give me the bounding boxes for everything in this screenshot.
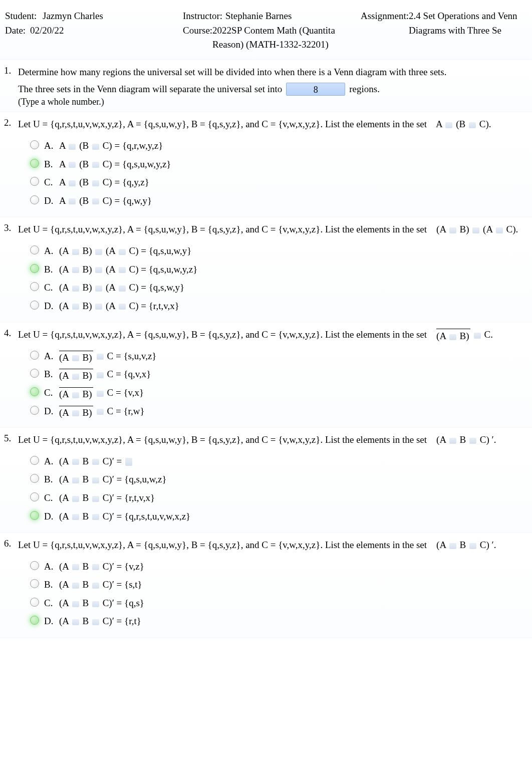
prompt-seg: ′. <box>492 434 496 445</box>
choice-option[interactable]: C.(A B C)′ = {q,s} <box>30 597 527 610</box>
choice-option[interactable]: A.(A B C)′ = {v,z} <box>30 560 527 574</box>
set-operator-icon <box>449 438 456 444</box>
choice-letter: A. <box>44 139 59 153</box>
choice-list: A.(A B C)′ = {v,z}B.(A B C)′ = {s,t}C.(A… <box>18 560 527 628</box>
prompt-seg: = {q,r,s,t,u,v,w,x,y,z}, A <box>43 119 134 129</box>
set-operator-icon <box>449 334 456 340</box>
choice-text: (A B) C = {s,u,v,z} <box>59 350 527 363</box>
answer-hint: (Type a whole number.) <box>18 97 527 107</box>
radio-icon[interactable] <box>30 474 39 483</box>
set-operator-icon <box>72 619 79 625</box>
set-operator-icon <box>92 459 99 465</box>
choice-text: (A B) (A C) = {q,s,u,w,y,z} <box>59 263 527 277</box>
choice-letter: D. <box>44 300 59 313</box>
prompt-seg: = {q,r,s,t,u,v,w,x,y,z}, A <box>43 329 134 340</box>
radio-icon[interactable] <box>30 598 39 607</box>
set-operator-icon <box>72 355 79 361</box>
choice-option[interactable]: B.(A B) C = {q,v,x} <box>30 368 527 381</box>
prompt-seg: (A <box>436 224 446 234</box>
choice-option[interactable]: C.(A B) (A C) = {q,s,w,y} <box>30 281 527 295</box>
radio-icon[interactable] <box>30 456 39 465</box>
radio-icon[interactable] <box>30 387 39 396</box>
radio-icon[interactable] <box>30 369 39 378</box>
set-operator-icon <box>97 372 104 378</box>
radio-icon[interactable] <box>30 159 39 168</box>
question-number: 1. <box>4 65 18 108</box>
set-operator-icon <box>72 410 79 416</box>
radio-icon[interactable] <box>30 351 39 360</box>
student-label: Student: <box>5 9 43 24</box>
choice-option[interactable]: D.(A B) C = {r,w} <box>30 405 527 418</box>
radio-icon[interactable] <box>30 561 39 570</box>
set-operator-icon <box>92 496 99 502</box>
question-prompt: Let U = {q,r,s,t,u,v,w,x,y,z}, A = {q,s,… <box>18 222 527 236</box>
choice-option[interactable]: D.(A B) (A C) = {r,t,v,x} <box>30 300 527 313</box>
answer-input[interactable]: 8 <box>286 83 345 96</box>
radio-icon[interactable] <box>30 140 39 149</box>
question-prompt: Let U = {q,r,s,t,u,v,w,x,y,z}, A = {q,s,… <box>18 117 527 131</box>
choice-text: (A B) C = {r,w} <box>59 405 527 418</box>
course-name: 2022SP Contem Math (Quantita Reason) (MA… <box>212 24 361 52</box>
choice-option[interactable]: B.A (B C) = {q,s,u,w,y,z} <box>30 158 527 171</box>
choice-option[interactable]: D.(A B C)′ = {r,t} <box>30 615 527 628</box>
set-operator-icon <box>72 564 79 570</box>
choice-text: (A B) (A C) = {q,s,u,w,y} <box>59 244 527 258</box>
radio-icon[interactable] <box>30 616 39 625</box>
choice-option[interactable]: B.(A B C)′ = {s,t} <box>30 578 527 592</box>
set-operator-icon <box>469 122 476 128</box>
header: Student: Jazmyn Charles Date: 02/20/22 I… <box>0 0 532 60</box>
choice-letter: D. <box>44 615 59 628</box>
prompt-seg: = {q,s,u,w,y}, B <box>136 329 197 340</box>
set-operator-icon <box>72 583 79 589</box>
radio-icon[interactable] <box>30 195 39 204</box>
radio-icon[interactable] <box>30 245 39 254</box>
radio-icon[interactable] <box>30 301 39 310</box>
prompt-seg: = {q,r,s,t,u,v,w,x,y,z}, A <box>43 434 134 445</box>
choice-option[interactable]: C.(A B) C = {v,x} <box>30 386 527 400</box>
prompt-seg: = {q,s,y,z}, and C <box>200 434 268 445</box>
choice-option[interactable]: B.(A B C)′ = {q,s,u,w,z} <box>30 473 527 486</box>
question-number: 5. <box>4 433 18 528</box>
choice-option[interactable]: C.A (B C) = {q,y,z} <box>30 176 527 189</box>
set-operator-icon <box>72 267 79 273</box>
set-operator-icon <box>472 227 479 233</box>
choice-option[interactable]: A.(A B) (A C) = {q,s,u,w,y} <box>30 244 527 258</box>
set-operator-icon <box>95 304 102 310</box>
choice-option[interactable]: D.(A B C)′ = {q,r,s,t,u,v,w,x,z} <box>30 510 527 524</box>
set-operator-icon <box>496 227 503 233</box>
answer-line: The three sets in the Venn diagram will … <box>18 82 527 97</box>
choice-letter: B. <box>44 578 59 592</box>
choice-text: A (B C) = {q,w,y} <box>59 194 527 208</box>
complement-bar: (A B) <box>59 387 93 388</box>
choice-option[interactable]: D.A (B C) = {q,w,y} <box>30 194 527 208</box>
choice-option[interactable]: A.A (B C) = {q,r,w,y,z} <box>30 139 527 153</box>
answer-text-after: regions. <box>349 82 380 97</box>
set-operator-icon <box>445 122 452 128</box>
radio-icon[interactable] <box>30 492 39 501</box>
prompt-seg: C). <box>506 224 518 234</box>
choice-option[interactable]: A.(A B C)′ = <box>30 455 527 468</box>
radio-icon[interactable] <box>30 406 39 415</box>
choice-option[interactable]: C.(A B C)′ = {r,t,v,x} <box>30 491 527 505</box>
set-operator-icon <box>72 392 79 398</box>
student-name: Jazmyn Charles <box>43 9 103 24</box>
radio-icon[interactable] <box>30 177 39 186</box>
choice-option[interactable]: B.(A B) (A C) = {q,s,u,w,y,z} <box>30 263 527 277</box>
radio-icon[interactable] <box>30 511 39 520</box>
set-operator-icon <box>469 543 476 549</box>
set-operator-icon <box>95 249 102 255</box>
radio-icon[interactable] <box>30 579 39 588</box>
question-3: 3. Let U = {q,r,s,t,u,v,w,x,y,z}, A = {q… <box>0 217 532 323</box>
prompt-seg: = {q,s,y,z}, and C <box>200 540 268 550</box>
question-number: 4. <box>4 328 18 423</box>
choice-letter: C. <box>44 386 59 400</box>
choice-text: A (B C) = {q,s,u,w,y,z} <box>59 158 527 171</box>
radio-icon[interactable] <box>30 264 39 273</box>
prompt-seg: (A <box>483 224 492 234</box>
prompt-seg: (A <box>436 331 446 341</box>
set-operator-icon <box>72 477 79 483</box>
choice-text: (A B C)′ = {q,s} <box>59 597 527 610</box>
radio-icon[interactable] <box>30 282 39 291</box>
choice-option[interactable]: A.(A B) C = {s,u,v,z} <box>30 350 527 363</box>
choice-text: (A B C)′ = {r,t,v,x} <box>59 491 527 505</box>
